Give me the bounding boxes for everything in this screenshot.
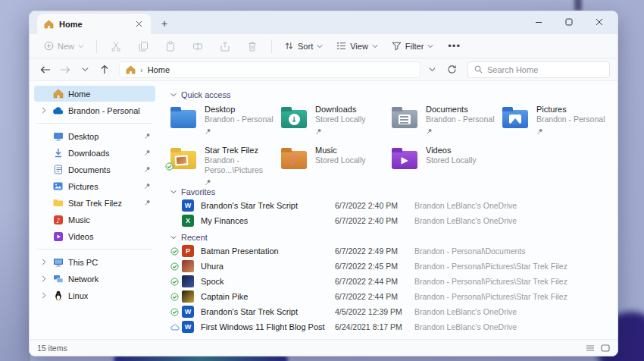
view-button[interactable]: View bbox=[331, 38, 383, 54]
status-bar: 15 items bbox=[30, 339, 617, 356]
this-pc-icon bbox=[52, 258, 64, 267]
sidebar-item-pictures[interactable]: Pictures bbox=[34, 178, 155, 194]
explorer-body: Home Brandon - Personal bbox=[30, 81, 617, 339]
sidebar-item-desktop[interactable]: Desktop bbox=[34, 128, 155, 144]
sidebar-item-onedrive[interactable]: Brandon - Personal bbox=[34, 102, 155, 118]
file-row[interactable]: Uhura 6/7/2022 2:45 PM Brandon - Persona… bbox=[170, 259, 617, 274]
folder-icon bbox=[52, 199, 64, 207]
tile-music[interactable]: ♪ Music Stored Locally bbox=[281, 145, 392, 180]
synced-icon bbox=[170, 262, 180, 271]
breadcrumb-item-home[interactable]: Home bbox=[148, 65, 170, 74]
copy-icon[interactable] bbox=[131, 38, 155, 55]
file-row[interactable]: Brandon's Star Trek Script 6/7/2022 2:40… bbox=[170, 198, 617, 213]
file-row[interactable]: Captain Pike 6/7/2022 2:44 PM Brandon - … bbox=[170, 289, 617, 304]
file-row[interactable]: Brandon's Star Trek Script 4/5/2022 12:3… bbox=[170, 304, 617, 319]
tile-downloads[interactable]: ↓ Downloads Stored Locally bbox=[281, 104, 392, 139]
pin-icon bbox=[205, 128, 211, 135]
music-icon: ♪ bbox=[52, 215, 64, 224]
excel-file-icon bbox=[182, 215, 194, 227]
chevron-right-icon[interactable] bbox=[40, 292, 48, 299]
home-icon bbox=[52, 89, 64, 99]
synced-icon bbox=[170, 293, 180, 301]
rename-icon[interactable] bbox=[186, 38, 210, 55]
tile-pictures[interactable]: Pictures Brandon - Personal bbox=[502, 104, 613, 139]
sort-button[interactable]: Sort bbox=[279, 38, 328, 54]
filter-icon bbox=[392, 41, 402, 51]
filter-button[interactable]: Filter bbox=[386, 38, 439, 54]
maximize-button[interactable] bbox=[554, 11, 584, 33]
search-box[interactable] bbox=[467, 61, 610, 78]
forward-button[interactable] bbox=[57, 61, 73, 78]
cut-icon[interactable] bbox=[104, 38, 128, 55]
chevron-down-icon[interactable] bbox=[170, 190, 177, 194]
file-row[interactable]: Batman Presentation 6/7/2022 2:49 PM Bra… bbox=[170, 243, 617, 259]
chevron-right-icon[interactable] bbox=[40, 107, 48, 114]
new-tab-button[interactable]: + bbox=[155, 15, 174, 32]
tab-label: Home bbox=[59, 20, 128, 29]
new-button[interactable]: New bbox=[39, 38, 89, 54]
minimize-button[interactable] bbox=[524, 11, 554, 33]
address-bar: › Home bbox=[30, 58, 617, 81]
pin-icon bbox=[205, 179, 211, 186]
tile-desktop[interactable]: Desktop Brandon - Personal bbox=[170, 104, 281, 139]
tile-documents[interactable]: Documents Brandon - Personal bbox=[392, 104, 502, 139]
see-more-button[interactable]: ••• bbox=[442, 39, 467, 53]
up-button[interactable] bbox=[96, 61, 113, 78]
photo-folder-icon bbox=[170, 151, 196, 169]
downloads-folder-icon: ↓ bbox=[281, 110, 307, 128]
tile-videos[interactable]: ▶ Videos Stored Locally bbox=[392, 145, 502, 180]
sidebar-item-linux[interactable]: Linux bbox=[34, 287, 155, 303]
sidebar-item-music[interactable]: ♪ Music bbox=[34, 212, 155, 228]
search-input[interactable] bbox=[487, 65, 603, 74]
window-controls bbox=[524, 11, 614, 34]
file-row[interactable]: My Finances 6/7/2022 2:40 PM Brandon LeB… bbox=[170, 213, 617, 228]
chevron-right-icon[interactable] bbox=[40, 275, 48, 282]
sidebar-item-this-pc[interactable]: This PC bbox=[34, 254, 155, 270]
tab-close-icon[interactable] bbox=[133, 18, 145, 30]
items-view: Quick access Desktop Brandon - Personal bbox=[160, 81, 617, 339]
details-view-button[interactable] bbox=[586, 344, 595, 352]
pin-icon bbox=[143, 149, 151, 156]
quick-access-grid: Desktop Brandon - Personal ↓ Downloads S… bbox=[170, 104, 617, 180]
tab-home[interactable]: Home bbox=[37, 14, 151, 34]
back-button[interactable] bbox=[37, 61, 54, 78]
address-dropdown-chevron-icon[interactable] bbox=[424, 61, 440, 78]
wallpaper-petal bbox=[574, 0, 582, 11]
breadcrumb-separator-icon: › bbox=[140, 65, 143, 74]
delete-icon[interactable] bbox=[240, 38, 264, 55]
toolbar-separator bbox=[271, 39, 272, 53]
close-button[interactable] bbox=[584, 11, 614, 33]
recent-locations-chevron-icon[interactable] bbox=[77, 61, 93, 78]
refresh-button[interactable] bbox=[443, 61, 460, 78]
sidebar-item-downloads[interactable]: Downloads bbox=[34, 145, 155, 161]
thumbnails-view-button[interactable] bbox=[601, 344, 610, 352]
chevron-right-icon[interactable] bbox=[40, 259, 48, 265]
section-header-recent[interactable]: Recent bbox=[170, 233, 617, 242]
share-icon[interactable] bbox=[213, 38, 237, 55]
favorites-list: Brandon's Star Trek Script 6/7/2022 2:40… bbox=[170, 198, 617, 228]
music-folder-icon: ♪ bbox=[281, 151, 307, 169]
titlebar[interactable]: Home + bbox=[30, 11, 617, 34]
powerpoint-file-icon bbox=[182, 245, 194, 257]
recent-list: Batman Presentation 6/7/2022 2:49 PM Bra… bbox=[170, 243, 617, 334]
tile-star-trek-filez[interactable]: Star Trek Filez Brandon - Perso...\Pictu… bbox=[170, 145, 281, 180]
sidebar-divider bbox=[37, 249, 152, 250]
file-row[interactable]: First Windows 11 Flight Blog Post 6/24/2… bbox=[170, 319, 617, 334]
sidebar-item-documents[interactable]: Documents bbox=[34, 162, 155, 177]
chevron-down-icon[interactable] bbox=[170, 235, 177, 240]
sidebar-item-star-trek-filez[interactable]: Star Trek Filez bbox=[34, 195, 155, 211]
chevron-down-icon[interactable] bbox=[170, 93, 177, 97]
pictures-icon bbox=[52, 182, 64, 190]
sidebar-divider bbox=[37, 123, 152, 124]
paste-icon[interactable] bbox=[158, 38, 183, 55]
linux-penguin-icon bbox=[52, 290, 64, 300]
sidebar-item-home[interactable]: Home bbox=[34, 86, 155, 102]
sort-icon bbox=[284, 41, 294, 51]
file-row[interactable]: Spock 6/7/2022 2:44 PM Brandon - Persona… bbox=[170, 274, 617, 289]
sidebar-item-videos[interactable]: Videos bbox=[34, 228, 155, 244]
sidebar-item-network[interactable]: Network bbox=[34, 271, 155, 287]
section-header-quick-access[interactable]: Quick access bbox=[170, 90, 617, 99]
breadcrumb[interactable]: › Home bbox=[119, 61, 420, 78]
pictures-folder-icon bbox=[502, 110, 528, 128]
items-count: 15 items bbox=[37, 344, 67, 353]
